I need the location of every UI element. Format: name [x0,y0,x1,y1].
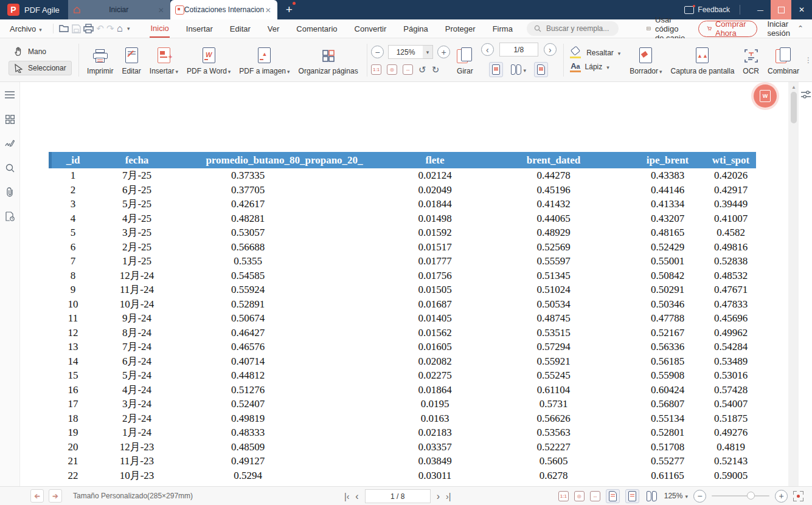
two-page-view-icon[interactable] [645,489,659,503]
table-cell: 8 [49,269,97,283]
edit-button[interactable]: Editar [117,43,145,78]
pdf-to-word-button[interactable]: W PDF a Word [182,43,235,78]
fit-width-icon[interactable]: ↔ [590,491,600,501]
scroll-view-icon[interactable] [534,62,548,77]
two-page-view-icon[interactable] [512,62,526,77]
insert-button[interactable]: + Insertar [145,43,182,78]
previous-page-button[interactable] [355,491,358,502]
menu-item-editar[interactable]: Editar [229,21,251,37]
rotate-right-icon[interactable]: ↻ [432,65,440,74]
open-file-icon[interactable] [59,22,69,35]
vertical-scrollbar[interactable]: ▲ [788,82,799,486]
outline-panel-icon[interactable] [4,89,15,100]
table-cell: 4 [49,211,97,226]
zoom-out-button[interactable] [693,490,706,503]
page-navigation [344,487,451,505]
undo-icon[interactable] [96,22,104,35]
organize-pages-button[interactable]: Organizar páginas [294,43,363,78]
menu-item-firma[interactable]: Firma [492,21,513,37]
scroll-up-arrow-icon[interactable]: ▲ [791,84,796,90]
next-page-button[interactable] [544,43,557,56]
zoom-slider[interactable] [712,495,769,496]
page-indicator-input[interactable] [366,490,430,503]
table-cell: 0.59005 [706,469,756,483]
scroll-view-icon[interactable] [606,489,620,503]
fullscreen-icon[interactable] [793,491,803,501]
actual-size-icon[interactable]: 1:1 [371,64,381,75]
collapse-toolbar-icon[interactable] [797,24,803,33]
zoom-dropdown-icon[interactable] [423,46,432,58]
zoom-in-button[interactable] [775,490,788,503]
table-cell: 0.48745 [477,311,630,326]
tab-cotizaciones[interactable]: Cotizaciones Internacionale... [170,0,277,19]
page-size-label: Tamaño Personalizado(285×297mm) [73,492,193,500]
previous-view-button[interactable]: 🡨 [30,489,44,503]
pdf-to-image-button[interactable]: ▲ PDF a imagen [235,43,294,78]
fit-page-icon[interactable]: ◎ [387,64,397,75]
buy-now-button[interactable]: Comprar Ahora [698,21,758,37]
last-page-button[interactable] [446,492,451,501]
next-page-button[interactable] [437,491,440,502]
eraser-button[interactable]: Borrador [625,43,666,78]
page-number-input[interactable] [500,43,538,56]
attachments-panel-icon[interactable] [4,187,15,198]
zoom-slider-knob[interactable] [747,492,755,500]
menu-item-pagina[interactable]: Página [403,21,428,37]
single-page-view-icon[interactable] [625,489,639,503]
actual-size-icon[interactable]: 1:1 [558,491,569,501]
tab-close-icon[interactable] [157,5,165,15]
table-cell: 5月-25 [97,197,176,211]
close-button[interactable] [791,0,812,19]
menu-item-insertar[interactable]: Insertar [186,21,213,37]
tab-close-icon[interactable] [264,5,272,15]
combine-button[interactable]: Combinar [763,43,803,78]
ocr-button[interactable]: OCR [738,43,763,78]
select-tool-button[interactable]: Seleccionar [9,61,72,75]
menu-item-inicio[interactable]: Inicio [150,20,169,38]
chevron-down-icon[interactable] [125,22,131,35]
menu-item-convertir[interactable]: Convertir [354,21,387,37]
table-cell: 0.49276 [706,425,756,440]
highlight-button[interactable]: Resaltar [567,47,623,59]
new-tab-button[interactable]: + [286,3,293,16]
next-view-button[interactable]: 🡪 [49,489,62,503]
print-button[interactable]: Imprimir [83,43,117,78]
history-panel-icon[interactable] [4,211,15,222]
sign-in-button[interactable]: Iniciar sesión [767,19,790,38]
rotate-pages-button[interactable]: Girar [453,43,477,78]
menu-archivo[interactable]: Archivo [0,24,48,33]
hand-tool-button[interactable]: Mano [9,44,72,58]
screenshot-button[interactable]: ▲▲ Captura de pantalla [667,43,739,78]
minimize-button[interactable] [750,0,771,19]
signature-panel-icon[interactable] [4,138,15,149]
feedback-button[interactable]: Feedback [684,5,730,14]
menu-item-ver[interactable]: Ver [267,21,280,37]
single-page-view-icon[interactable] [489,62,503,77]
scrollbar-thumb[interactable] [791,92,797,123]
save-icon[interactable] [72,22,81,35]
zoom-level-select[interactable]: 125% [664,492,688,500]
zoom-out-button[interactable] [371,46,384,58]
first-page-button[interactable] [344,492,349,501]
search-panel-icon[interactable] [4,162,15,173]
search-box[interactable] [527,21,619,36]
zoom-in-button[interactable] [437,46,450,58]
previous-page-button[interactable] [481,43,494,56]
properties-panel-toggle-icon[interactable] [800,89,811,100]
fit-width-icon[interactable]: ↔ [403,64,413,75]
pencil-button[interactable]: Aa Lápiz [567,61,623,73]
zoom-level-input[interactable] [389,47,423,57]
rotate-left-icon[interactable]: ↺ [418,65,426,74]
tab-iniciar[interactable]: Iniciar [68,0,170,19]
maximize-button[interactable] [771,0,791,19]
menu-item-proteger[interactable]: Proteger [445,21,476,37]
redo-icon[interactable] [106,22,114,35]
quick-convert-button[interactable]: W [754,84,777,108]
menu-item-comentario[interactable]: Comentario [296,21,338,37]
fit-page-icon[interactable]: ◎ [574,491,585,501]
more-tools-icon[interactable]: ⋮ [805,56,812,64]
print-icon[interactable] [83,22,94,35]
home-menu-icon[interactable] [117,22,123,35]
search-input[interactable] [545,24,611,33]
thumbnails-panel-icon[interactable] [4,114,15,125]
